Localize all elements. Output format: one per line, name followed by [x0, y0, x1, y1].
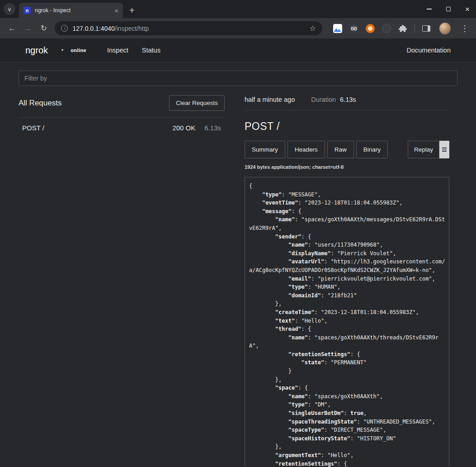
- nav-status[interactable]: Status: [142, 47, 160, 54]
- nav-inspect[interactable]: Inspect: [107, 47, 128, 54]
- inspect-columns: All Requests Clear Requests POST / 200 O…: [19, 91, 457, 467]
- tab-raw[interactable]: Raw: [327, 141, 354, 158]
- chevron-down-icon: ∨: [7, 6, 12, 13]
- detail-title: POST /: [245, 120, 449, 133]
- request-duration: 6.13s: [204, 124, 221, 132]
- browser-menu-icon[interactable]: ⋮: [459, 24, 471, 33]
- requests-panel: All Requests Clear Requests POST / 200 O…: [19, 91, 225, 467]
- request-detail-panel: half a minute ago Duration 6.13s POST / …: [245, 91, 449, 467]
- ngrok-inspect-page: ngrok • online Inspect Status Documentat…: [0, 38, 476, 467]
- tab-title: ngrok - Inspect: [35, 7, 110, 14]
- tab-strip: ∨ n ngrok - Inspect × + ×: [0, 0, 476, 18]
- minimize-button[interactable]: [427, 9, 432, 10]
- request-method-path: POST /: [22, 124, 44, 132]
- body-meta-text: 1924 bytes application/json; charset=utf…: [245, 164, 449, 170]
- replay-button[interactable]: Replay: [408, 141, 439, 158]
- extension-icons: [333, 24, 430, 33]
- browser-tab[interactable]: n ngrok - Inspect ×: [19, 3, 123, 18]
- window-close-button[interactable]: ×: [465, 5, 470, 13]
- maximize-button[interactable]: [446, 7, 451, 11]
- ngrok-header: ngrok • online Inspect Status Documentat…: [0, 38, 476, 62]
- tab-headers[interactable]: Headers: [287, 141, 325, 158]
- ngrok-logo[interactable]: ngrok: [25, 45, 48, 56]
- url-text: 127.0.0.1:4040/inspect/http: [72, 25, 149, 32]
- browser-window: ∨ n ngrok - Inspect × + × ← → ↻ i 127.0.…: [0, 0, 476, 467]
- minimize-icon: [427, 9, 432, 10]
- url-bar[interactable]: i 127.0.0.1:4040/inspect/http ☆: [55, 21, 322, 35]
- reload-button[interactable]: ↻: [37, 24, 50, 33]
- clear-requests-button[interactable]: Clear Requests: [169, 95, 225, 111]
- window-controls: ×: [427, 0, 470, 18]
- request-status: 200 OK: [172, 124, 195, 132]
- detail-tabs: Summary Headers Raw Binary Replay: [245, 141, 449, 158]
- back-button[interactable]: ←: [5, 24, 19, 33]
- inspect-content: All Requests Clear Requests POST / 200 O…: [0, 62, 476, 467]
- tab-binary[interactable]: Binary: [356, 141, 388, 158]
- request-row-meta: 200 OK 6.13s: [172, 124, 221, 132]
- status-online-label: online: [71, 48, 86, 53]
- status-dot: •: [61, 47, 63, 53]
- requests-header: All Requests Clear Requests: [19, 91, 225, 118]
- forward-button[interactable]: →: [21, 24, 34, 33]
- request-time-ago: half a minute ago: [245, 96, 295, 103]
- toolbar-separator: [415, 24, 415, 33]
- browser-toolbar: ← → ↻ i 127.0.0.1:4040/inspect/http ☆: [0, 18, 476, 38]
- extensions-puzzle-icon[interactable]: [398, 24, 407, 33]
- all-requests-title: All Requests: [19, 99, 61, 108]
- blue-image-extension-icon[interactable]: [333, 24, 342, 33]
- replay-group: Replay: [408, 141, 449, 158]
- tab-summary[interactable]: Summary: [245, 141, 285, 158]
- goggles-extension-icon[interactable]: [349, 24, 358, 33]
- request-row[interactable]: POST / 200 OK 6.13s: [19, 118, 225, 138]
- nav-documentation[interactable]: Documentation: [406, 47, 451, 54]
- orange-ring-extension-icon[interactable]: [366, 24, 375, 33]
- url-host: 127.0.0.1:4040: [72, 25, 114, 32]
- bookmark-star-icon[interactable]: ☆: [309, 24, 316, 33]
- replay-menu-button[interactable]: [439, 141, 449, 158]
- json-body: { "type": "MESSAGE", "eventTime": "2023-…: [245, 177, 449, 467]
- tab-close-icon[interactable]: ×: [114, 7, 118, 14]
- profile-avatar[interactable]: [439, 23, 451, 34]
- ngrok-favicon: n: [24, 7, 31, 14]
- duration-label: Duration: [311, 96, 336, 103]
- filter-input[interactable]: [19, 71, 457, 86]
- hamburger-icon: [442, 148, 447, 152]
- site-info-icon[interactable]: i: [61, 25, 68, 32]
- detail-meta-row: half a minute ago Duration 6.13s: [245, 91, 449, 110]
- new-tab-button[interactable]: +: [129, 6, 135, 15]
- url-path: /inspect/http: [115, 25, 149, 32]
- side-panel-icon[interactable]: [422, 25, 430, 32]
- maximize-icon: [446, 7, 451, 11]
- duration-value: 6.13s: [340, 96, 356, 103]
- tab-search-button[interactable]: ∨: [4, 3, 15, 15]
- dark-sphere-extension-icon[interactable]: [382, 24, 391, 33]
